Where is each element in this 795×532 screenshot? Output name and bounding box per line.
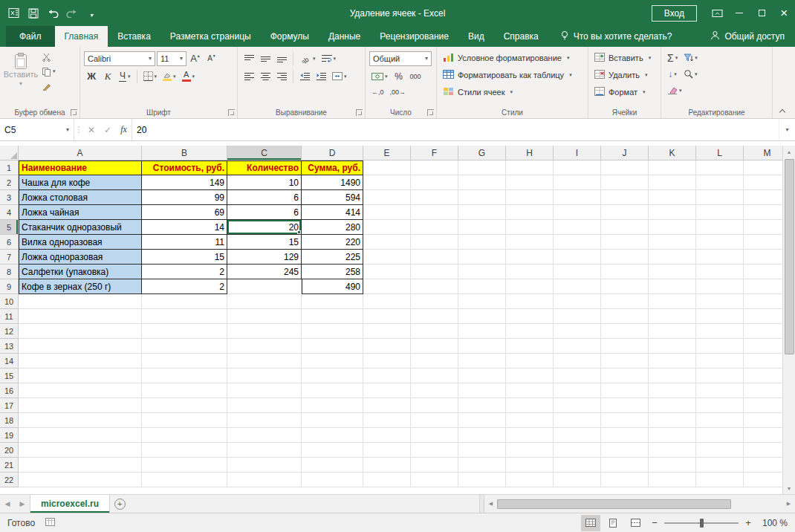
cell-I9[interactable] (554, 279, 601, 294)
tab-7-Вид[interactable]: Вид (458, 26, 494, 47)
cell-C1[interactable]: Количество (227, 160, 302, 175)
cell-K18[interactable] (649, 413, 696, 428)
font-dialog-launcher-icon[interactable] (228, 109, 235, 116)
font-family-select[interactable]: Calibri (84, 51, 155, 66)
cell-C14[interactable] (227, 354, 302, 369)
cell-H17[interactable] (506, 398, 554, 413)
align-left-icon[interactable] (241, 68, 256, 84)
merge-center-button[interactable] (330, 68, 349, 84)
cell-L1[interactable] (696, 160, 744, 175)
cell-G21[interactable] (458, 458, 506, 473)
row-header-21[interactable]: 21 (0, 458, 19, 473)
conditional-formatting-button[interactable]: Условное форматирование (439, 49, 585, 66)
cell-M7[interactable] (744, 250, 782, 265)
cell-L3[interactable] (696, 190, 744, 205)
percent-style-button[interactable]: % (392, 68, 406, 84)
row-header-20[interactable]: 20 (0, 443, 19, 458)
cell-J3[interactable] (601, 190, 649, 205)
cell-L8[interactable] (696, 265, 744, 279)
format-cells-button[interactable]: Формат (591, 83, 658, 100)
cell-K17[interactable] (649, 398, 696, 413)
tab-1-Главная[interactable]: Главная (55, 26, 108, 47)
copy-icon[interactable] (39, 64, 58, 79)
cell-C11[interactable] (227, 309, 302, 324)
cell-M6[interactable] (744, 235, 782, 250)
cell-H5[interactable] (506, 220, 554, 235)
cell-G15[interactable] (458, 369, 506, 383)
cell-J18[interactable] (601, 413, 649, 428)
collapse-ribbon-icon[interactable] (777, 106, 788, 115)
cell-E15[interactable] (363, 369, 411, 383)
accounting-format-icon[interactable] (369, 68, 390, 84)
cell-L4[interactable] (696, 205, 744, 220)
vscroll-thumb[interactable] (785, 159, 794, 354)
view-page-layout-icon[interactable] (603, 515, 623, 531)
cell-H11[interactable] (506, 309, 554, 324)
cell-C9[interactable] (227, 279, 302, 294)
cell-B14[interactable] (142, 354, 227, 369)
cell-E16[interactable] (363, 383, 411, 398)
cell-E18[interactable] (363, 413, 411, 428)
macro-record-icon[interactable] (45, 518, 55, 528)
font-size-select[interactable]: 11 (157, 51, 186, 66)
cell-D4[interactable]: 414 (302, 205, 363, 220)
row-header-14[interactable]: 14 (0, 354, 19, 369)
hscroll-track[interactable] (497, 498, 782, 510)
cell-J5[interactable] (601, 220, 649, 235)
cell-D15[interactable] (302, 369, 363, 383)
borders-button[interactable] (141, 68, 160, 84)
cell-B21[interactable] (142, 458, 227, 473)
cell-I1[interactable] (554, 160, 601, 175)
cell-C21[interactable] (227, 458, 302, 473)
cell-C4[interactable]: 6 (227, 205, 302, 220)
cell-B20[interactable] (142, 443, 227, 458)
cell-D6[interactable]: 220 (302, 235, 363, 250)
row-header-10[interactable]: 10 (0, 294, 19, 309)
cell-C13[interactable] (227, 339, 302, 354)
cell-A19[interactable] (19, 428, 142, 443)
cell-L10[interactable] (696, 294, 744, 309)
cell-J12[interactable] (601, 324, 649, 339)
find-select-button[interactable] (681, 66, 700, 82)
cell-F10[interactable] (411, 294, 458, 309)
column-header-J[interactable]: J (601, 146, 649, 160)
undo-icon[interactable] (43, 4, 62, 23)
view-page-break-icon[interactable] (626, 515, 645, 531)
cell-I21[interactable] (554, 458, 601, 473)
cell-D21[interactable] (302, 458, 363, 473)
cell-A13[interactable] (19, 339, 142, 354)
cell-L2[interactable] (696, 175, 744, 190)
cell-H20[interactable] (506, 443, 554, 458)
cell-H1[interactable] (506, 160, 554, 175)
decrease-font-size-button[interactable]: А (204, 51, 219, 66)
cell-M19[interactable] (744, 428, 782, 443)
cell-M21[interactable] (744, 458, 782, 473)
cell-G22[interactable] (458, 473, 506, 487)
formula-bar-expand-icon[interactable]: ▾ (779, 119, 795, 140)
cell-K1[interactable] (649, 160, 696, 175)
increase-decimal-button[interactable]: ←,0 (369, 85, 386, 100)
cell-L5[interactable] (696, 220, 744, 235)
cell-B2[interactable]: 149 (142, 175, 227, 190)
cell-D13[interactable] (302, 339, 363, 354)
vscroll-down-arrow-icon[interactable] (783, 482, 795, 494)
ribbon-display-options-icon[interactable] (706, 0, 728, 26)
cell-H4[interactable] (506, 205, 554, 220)
align-right-icon[interactable] (274, 68, 289, 84)
cell-I7[interactable] (554, 250, 601, 265)
cell-E20[interactable] (363, 443, 411, 458)
cell-L19[interactable] (696, 428, 744, 443)
cell-K2[interactable] (649, 175, 696, 190)
cell-K22[interactable] (649, 473, 696, 487)
confirm-entry-icon[interactable]: ✓ (100, 119, 116, 140)
cell-G14[interactable] (458, 354, 506, 369)
redo-icon[interactable] (62, 4, 82, 23)
vscroll-up-arrow-icon[interactable] (783, 146, 795, 158)
cell-A18[interactable] (19, 413, 142, 428)
sign-in-button[interactable]: Вход (652, 5, 697, 22)
cell-K13[interactable] (649, 339, 696, 354)
underline-button[interactable]: Ч (117, 68, 133, 84)
insert-cells-button[interactable]: Вставить (591, 49, 658, 66)
cell-I20[interactable] (554, 443, 601, 458)
cell-J7[interactable] (601, 250, 649, 265)
